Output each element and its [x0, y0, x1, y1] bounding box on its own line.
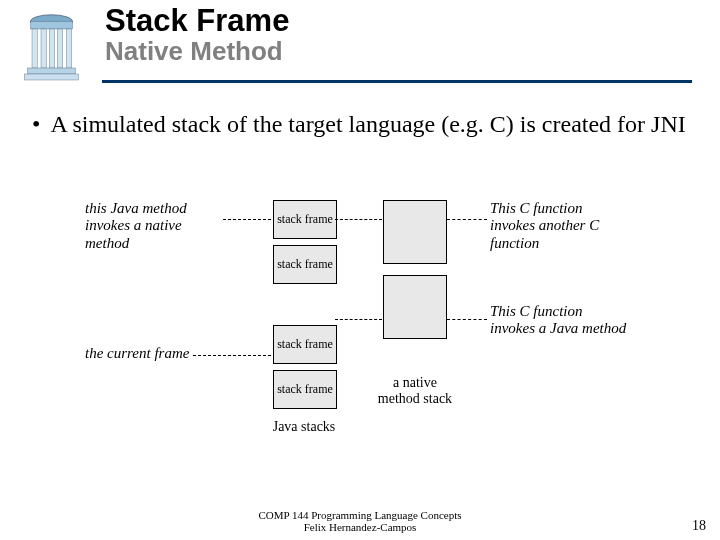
connector-line: [335, 319, 382, 320]
java-stack-frame: stack frame: [273, 245, 337, 284]
svg-rect-3: [41, 29, 46, 68]
body-area: • A simulated stack of the target langua…: [32, 110, 692, 139]
slide-header: Stack Frame Native Method: [0, 0, 720, 92]
footer-course: COMP 144 Programming Language Concepts: [0, 509, 720, 522]
native-stack-frame-bottom: [383, 275, 447, 339]
svg-rect-2: [32, 29, 37, 68]
bullet-text: A simulated stack of the target language…: [50, 110, 692, 139]
page-number: 18: [692, 518, 706, 534]
svg-rect-7: [28, 68, 76, 74]
header-rule: [102, 80, 692, 83]
bullet-item: • A simulated stack of the target langua…: [32, 110, 692, 139]
connector-line: [447, 219, 487, 220]
bullet-dot-icon: •: [32, 110, 40, 139]
connector-line: [447, 319, 487, 320]
svg-rect-1: [31, 22, 73, 30]
java-column-label: Java stacks: [263, 419, 345, 435]
svg-rect-6: [67, 29, 72, 68]
java-stack-frame: stack frame: [273, 370, 337, 409]
native-stack-frame-top: [383, 200, 447, 264]
annotation-current-frame: the current frame: [85, 345, 205, 362]
annotation-c-invokes-c: This C function invokes another C functi…: [490, 200, 630, 252]
title-block: Stack Frame Native Method: [105, 5, 289, 65]
connector-line: [193, 355, 271, 356]
svg-rect-5: [58, 29, 63, 68]
java-stack-frame: stack frame: [273, 200, 337, 239]
svg-rect-4: [49, 29, 54, 68]
unc-well-logo-icon: [14, 8, 89, 83]
annotation-java-invokes-native: this Java method invokes a native method: [85, 200, 225, 252]
slide-footer: COMP 144 Programming Language Concepts F…: [0, 509, 720, 534]
stack-diagram: this Java method invokes a native method…: [95, 195, 625, 475]
java-stack-frame: stack frame: [273, 325, 337, 364]
annotation-c-invokes-java: This C function invokes a Java method: [490, 303, 630, 338]
connector-line: [335, 219, 382, 220]
svg-rect-8: [25, 74, 79, 80]
native-column-label: a native method stack: [373, 375, 457, 407]
slide-subtitle: Native Method: [105, 38, 289, 65]
connector-line: [223, 219, 271, 220]
footer-author: Felix Hernandez-Campos: [0, 521, 720, 534]
slide-title: Stack Frame: [105, 5, 289, 38]
